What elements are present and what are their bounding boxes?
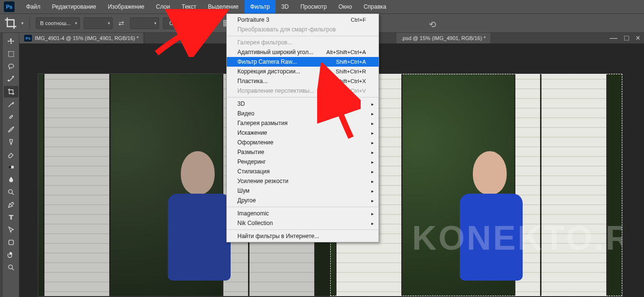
menu-item-label: Пластика... [237,78,268,85]
filter-menu-item[interactable]: Искажение▸ [227,128,379,138]
menu-item-shortcut: Shift+Ctrl+R [336,69,366,74]
eyedropper-tool[interactable] [4,99,18,110]
menu-item-label: Шум [237,187,249,194]
filter-menu-item[interactable]: Imagenomic▸ [227,209,379,218]
toolbox [3,33,19,297]
submenu-arrow-icon: ▸ [371,101,374,107]
filter-menu-item[interactable]: Пластика...Shift+Ctrl+X [227,76,379,86]
menu-item-label: Размытие [237,149,264,156]
submenu-arrow-icon: ▸ [371,150,374,155]
eraser-tool[interactable] [4,149,18,160]
menu-item-shortcut: Shift+Ctrl+A [336,59,366,65]
menu-file[interactable]: Файл [20,0,46,14]
submenu-arrow-icon: ▸ [371,169,374,174]
submenu-arrow-icon: ▸ [371,121,374,126]
filter-menu-item: Преобразовать для смарт-фильтров [227,25,379,34]
submenu-arrow-icon: ▸ [371,140,374,145]
minimize-icon[interactable]: — [610,34,617,42]
healing-tool[interactable] [4,111,18,123]
menu-item-shortcut: Alt+Ctrl+V [341,88,366,94]
filter-menu-item[interactable]: Оформление▸ [227,138,379,147]
menu-type[interactable]: Текст [176,0,202,14]
crop-tool[interactable] [4,86,18,98]
undo-icon[interactable]: ⟲ [429,19,436,30]
brush-tool[interactable] [4,124,18,135]
menu-item-label: Nik Collection [237,220,273,226]
aspect-ratio-dropdown[interactable]: В соотнош... [36,17,80,29]
height-input[interactable] [130,17,159,29]
menu-view[interactable]: Просмотр [294,0,333,14]
width-input[interactable] [84,17,113,29]
clear-button[interactable]: Очистить [163,17,199,29]
menu-filter[interactable]: Фильтр [245,0,276,14]
clone-tool[interactable] [4,136,18,148]
blur-tool[interactable] [4,174,18,185]
filter-menu-item[interactable]: Размытие▸ [227,147,379,157]
move-tool[interactable] [4,36,18,47]
shape-tool[interactable] [4,237,18,248]
submenu-arrow-icon: ▸ [371,211,374,216]
menu-select[interactable]: Выделение [202,0,245,14]
menu-item-label: Искажение [237,129,267,136]
close-icon[interactable]: × [636,34,640,42]
filter-menu-item: Галерея фильтров... [227,38,379,47]
menu-edit[interactable]: Редактирование [46,0,102,14]
menu-item-label: Галерея фильтров... [237,39,292,46]
svg-rect-2 [8,52,14,57]
document-tab-title: IMG_4901-4 @ 15% (IMG_4901, RGB/16) * [35,35,139,41]
filter-menu-item[interactable]: Стилизация▸ [227,167,379,176]
hand-tool[interactable] [4,249,18,261]
swap-icon[interactable]: ⇄ [117,19,126,27]
menu-item-label: Imagenomic [237,210,269,217]
lasso-tool[interactable] [4,61,18,72]
menu-3d[interactable]: 3D [276,0,294,14]
menu-item-label: Найти фильтры в Интернете... [237,233,319,240]
magic-wand-tool[interactable] [4,73,18,85]
menu-item-label: Преобразовать для смарт-фильтров [237,26,336,33]
filter-menu-item[interactable]: Portraiture 3Ctrl+F [227,15,379,25]
svg-rect-8 [9,240,13,244]
submenu-arrow-icon: ▸ [371,221,374,226]
filter-menu-item[interactable]: Nik Collection▸ [227,218,379,228]
filter-menu-item[interactable]: Найти фильтры в Интернете... [227,231,379,241]
document-tab-2[interactable]: .psd @ 15% (IMG_4901, RGB/16) * [396,33,490,43]
svg-point-9 [8,265,12,269]
path-select-tool[interactable] [4,224,18,236]
svg-rect-4 [9,115,13,119]
watermark-text: KONEKTO.R [412,219,622,257]
app-logo: Ps [4,1,15,12]
menu-window[interactable]: Окно [333,0,358,14]
filter-menu-item[interactable]: Адаптивный широкий угол...Alt+Shift+Ctrl… [227,47,379,57]
filter-menu-item[interactable]: Рендеринг▸ [227,157,379,167]
ps-badge-icon: Ps [24,35,32,42]
filter-menu-item[interactable]: Усиление резкости▸ [227,176,379,186]
straighten-icon[interactable] [203,16,216,30]
filter-menu-item[interactable]: Галерея размытия▸ [227,118,379,128]
type-tool[interactable] [4,212,18,223]
menu-help[interactable]: Справка [358,0,392,14]
marquee-tool[interactable] [4,48,18,60]
filter-menu-item[interactable]: Шум▸ [227,186,379,196]
filter-menu-item[interactable]: Видео▸ [227,109,379,118]
pen-tool[interactable] [4,199,18,211]
menu-item-shortcut: Shift+Ctrl+X [336,78,366,84]
filter-menu-item[interactable]: Коррекция дисторсии...Shift+Ctrl+R [227,67,379,76]
maximize-icon[interactable]: □ [624,34,629,42]
menu-item-label: Portraiture 3 [237,16,269,23]
dodge-tool[interactable] [4,186,18,198]
submenu-arrow-icon: ▸ [371,159,374,165]
menu-item-shortcut: Ctrl+F [351,17,366,23]
svg-rect-6 [8,166,11,168]
document-tab-1[interactable]: Ps IMG_4901-4 @ 15% (IMG_4901, RGB/16) * [19,33,144,43]
zoom-tool[interactable] [4,262,18,273]
filter-menu-item[interactable]: 3D▸ [227,99,379,109]
filter-menu: Portraiture 3Ctrl+FПреобразовать для сма… [226,14,379,242]
menu-item-label: Исправление перспективы... [237,87,314,94]
gradient-tool[interactable] [4,161,18,173]
menu-layer[interactable]: Слои [150,0,176,14]
svg-rect-0 [206,23,212,26]
submenu-arrow-icon: ▸ [371,198,374,203]
menu-image[interactable]: Изображение [102,0,150,14]
filter-menu-item[interactable]: Фильтр Camera Raw...Shift+Ctrl+A [227,57,379,67]
filter-menu-item[interactable]: Другое▸ [227,196,379,205]
